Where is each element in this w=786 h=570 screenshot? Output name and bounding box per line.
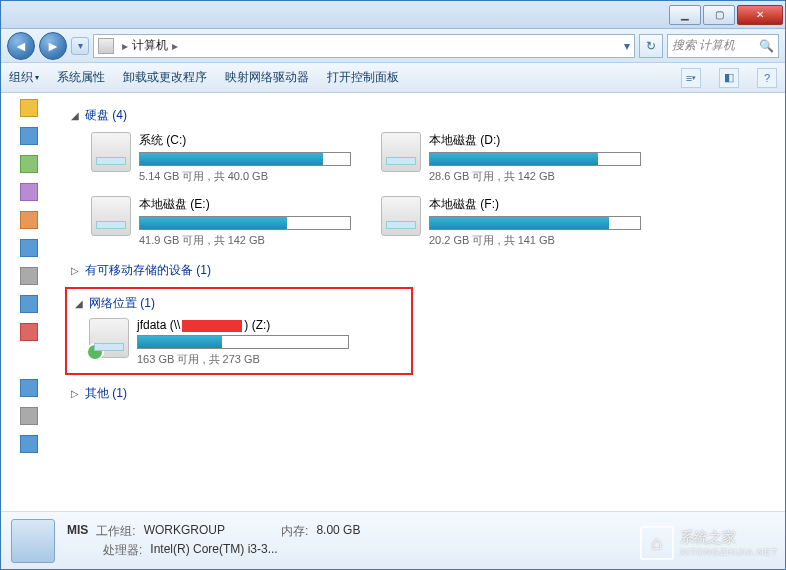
sidebar-item[interactable] (20, 379, 38, 397)
drive-name: 系统 (C:) (139, 132, 351, 149)
usage-bar (139, 152, 351, 166)
usage-bar (429, 152, 641, 166)
search-input[interactable]: 搜索 计算机 🔍 (667, 34, 779, 58)
sidebar-item[interactable] (20, 127, 38, 145)
memory-value: 8.00 GB (316, 523, 360, 540)
drive-icon (381, 196, 421, 236)
drive-f[interactable]: 本地磁盘 (F:) 20.2 GB 可用 , 共 141 GB (381, 196, 641, 248)
cpu-label: 处理器: (103, 542, 142, 559)
drive-freespace: 41.9 GB 可用 , 共 142 GB (139, 233, 351, 248)
expand-icon: ▷ (71, 265, 79, 276)
breadcrumb-sep: ▸ (122, 39, 128, 53)
drive-icon (91, 132, 131, 172)
navbar: ◄ ► ▾ ▸ 计算机 ▸ ▾ ↻ 搜索 计算机 🔍 (1, 29, 785, 63)
drive-icon (381, 132, 421, 172)
help-button[interactable]: ? (757, 68, 777, 88)
address-bar[interactable]: ▸ 计算机 ▸ ▾ (93, 34, 635, 58)
sidebar-item[interactable] (20, 295, 38, 313)
refresh-button[interactable]: ↻ (639, 34, 663, 58)
body: ◢ 硬盘 (4) 系统 (C:) 5.14 GB 可用 , 共 40.0 GB … (1, 93, 785, 511)
usage-bar (139, 216, 351, 230)
breadcrumb-root[interactable]: 计算机 (132, 37, 168, 54)
computer-name: MIS (67, 523, 88, 540)
drive-name: jfdata (\\) (Z:) (137, 318, 349, 332)
uninstall-programs-button[interactable]: 卸载或更改程序 (123, 69, 207, 86)
sidebar-item[interactable] (20, 211, 38, 229)
drive-freespace: 5.14 GB 可用 , 共 40.0 GB (139, 169, 351, 184)
minimize-button[interactable]: ▁ (669, 5, 701, 25)
maximize-button[interactable]: ▢ (703, 5, 735, 25)
section-header-other[interactable]: ▷ 其他 (1) (71, 385, 771, 402)
sidebar-item[interactable] (20, 239, 38, 257)
preview-pane-button[interactable]: ◧ (719, 68, 739, 88)
watermark-sub: XITONGZHIJIA.NET (680, 547, 778, 557)
watermark-logo: ⌂ (640, 526, 674, 560)
redacted-server (182, 320, 242, 332)
computer-large-icon (11, 519, 55, 563)
section-header-hdd[interactable]: ◢ 硬盘 (4) (71, 107, 771, 124)
network-drive-icon (89, 318, 129, 358)
drive-icon (91, 196, 131, 236)
drive-c[interactable]: 系统 (C:) 5.14 GB 可用 , 共 40.0 GB (91, 132, 351, 184)
address-dropdown-icon[interactable]: ▾ (624, 39, 630, 53)
favorites-icon[interactable] (20, 99, 38, 117)
history-dropdown[interactable]: ▾ (71, 37, 89, 55)
system-properties-button[interactable]: 系统属性 (57, 69, 105, 86)
titlebar: ▁ ▢ ✕ (1, 1, 785, 29)
breadcrumb-sep: ▸ (172, 39, 178, 53)
close-button[interactable]: ✕ (737, 5, 783, 25)
memory-label: 内存: (281, 523, 308, 540)
drive-freespace: 163 GB 可用 , 共 273 GB (137, 352, 349, 367)
section-header-network[interactable]: ◢ 网络位置 (1) (75, 295, 403, 312)
workgroup-value: WORKGROUP (144, 523, 225, 540)
open-control-panel-button[interactable]: 打开控制面板 (327, 69, 399, 86)
watermark-title: 系统之家 (680, 529, 736, 545)
section-label: 硬盘 (4) (85, 107, 127, 124)
explorer-window: ▁ ▢ ✕ ◄ ► ▾ ▸ 计算机 ▸ ▾ ↻ 搜索 计算机 🔍 组织▾ 系统属… (0, 0, 786, 570)
usage-bar (137, 335, 349, 349)
content-pane: ◢ 硬盘 (4) 系统 (C:) 5.14 GB 可用 , 共 40.0 GB … (57, 93, 785, 511)
computer-icon (98, 38, 114, 54)
workgroup-label: 工作组: (96, 523, 135, 540)
network-drive-z[interactable]: jfdata (\\) (Z:) 163 GB 可用 , 共 273 GB (89, 318, 349, 367)
drive-e[interactable]: 本地磁盘 (E:) 41.9 GB 可用 , 共 142 GB (91, 196, 351, 248)
view-options-button[interactable]: ≡▾ (681, 68, 701, 88)
collapse-icon: ◢ (71, 110, 79, 121)
section-label: 有可移动存储的设备 (1) (85, 262, 211, 279)
drive-name: 本地磁盘 (E:) (139, 196, 351, 213)
sidebar-item[interactable] (20, 323, 38, 341)
watermark: ⌂ 系统之家 XITONGZHIJIA.NET (640, 526, 778, 560)
search-icon: 🔍 (759, 39, 774, 53)
expand-icon: ▷ (71, 388, 79, 399)
drive-grid: 系统 (C:) 5.14 GB 可用 , 共 40.0 GB 本地磁盘 (D:)… (71, 132, 771, 248)
sidebar-item[interactable] (20, 155, 38, 173)
map-network-drive-button[interactable]: 映射网络驱动器 (225, 69, 309, 86)
back-button[interactable]: ◄ (7, 32, 35, 60)
drive-freespace: 28.6 GB 可用 , 共 142 GB (429, 169, 641, 184)
drive-name: 本地磁盘 (F:) (429, 196, 641, 213)
section-label: 网络位置 (1) (89, 295, 155, 312)
search-placeholder: 搜索 计算机 (672, 37, 735, 54)
sidebar-item[interactable] (20, 435, 38, 453)
drive-freespace: 20.2 GB 可用 , 共 141 GB (429, 233, 641, 248)
section-label: 其他 (1) (85, 385, 127, 402)
forward-button[interactable]: ► (39, 32, 67, 60)
drive-name: 本地磁盘 (D:) (429, 132, 641, 149)
cpu-value: Intel(R) Core(TM) i3-3... (150, 542, 277, 559)
sidebar-item[interactable] (20, 407, 38, 425)
section-header-removable[interactable]: ▷ 有可移动存储的设备 (1) (71, 262, 771, 279)
nav-pane (1, 93, 57, 511)
sidebar-item[interactable] (20, 183, 38, 201)
highlight-box: ◢ 网络位置 (1) jfdata (\\) (Z:) 163 GB 可用 , … (65, 287, 413, 375)
usage-bar (429, 216, 641, 230)
toolbar: 组织▾ 系统属性 卸载或更改程序 映射网络驱动器 打开控制面板 ≡▾ ◧ ? (1, 63, 785, 93)
organize-menu[interactable]: 组织▾ (9, 69, 39, 86)
sidebar-item[interactable] (20, 267, 38, 285)
drive-d[interactable]: 本地磁盘 (D:) 28.6 GB 可用 , 共 142 GB (381, 132, 641, 184)
collapse-icon: ◢ (75, 298, 83, 309)
